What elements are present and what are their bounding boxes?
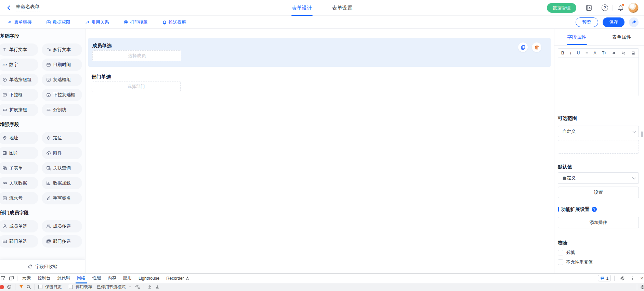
- richtext-content[interactable]: [558, 58, 639, 96]
- bold-icon[interactable]: B: [561, 51, 564, 55]
- devtools-tab-Lighthouse[interactable]: Lighthouse: [135, 274, 163, 283]
- search-icon[interactable]: [26, 284, 31, 289]
- devtools-tab-网络[interactable]: 网络: [74, 274, 89, 283]
- field-pill-dept-multi[interactable]: 部门多选: [42, 235, 82, 248]
- field-pill-signature[interactable]: 手写签名: [42, 192, 82, 204]
- form-canvas[interactable]: 成员单选选择成员部门单选选择部门: [86, 29, 554, 273]
- devtools-tab-源代码[interactable]: 源代码: [54, 274, 74, 283]
- field-pill-relation-data[interactable]: 关联数据: [0, 177, 38, 189]
- font-color-icon[interactable]: A: [594, 51, 596, 55]
- field-pill-multi-text[interactable]: 多行文本: [42, 43, 82, 56]
- toolbar-link-1[interactable]: 数据权限: [46, 19, 70, 25]
- rt-link-icon[interactable]: [612, 51, 616, 55]
- field-pill-data-load[interactable]: 数据加载: [42, 177, 82, 189]
- field-input[interactable]: 选择成员: [92, 50, 181, 61]
- field-pill-member-multi[interactable]: 成员多选: [42, 220, 82, 232]
- devtools-tab-控制台[interactable]: 控制台: [34, 274, 54, 283]
- field-pill-member-single[interactable]: 成员单选: [0, 220, 38, 232]
- validation-option-0[interactable]: 必填: [558, 250, 639, 256]
- toolbar-link-0[interactable]: 表单链接: [8, 19, 32, 25]
- network-conditions-icon[interactable]: [135, 284, 140, 289]
- canvas-field-1[interactable]: 部门单选选择部门: [92, 74, 554, 92]
- clear-network-log-icon[interactable]: [7, 284, 12, 289]
- align-icon[interactable]: ≡: [586, 51, 588, 55]
- import-har-icon[interactable]: [147, 284, 152, 289]
- field-pill-checkbox-group[interactable]: 复选框组: [42, 74, 82, 86]
- share-icon[interactable]: [629, 17, 639, 27]
- field-recycle-bin[interactable]: 字段回收站: [0, 260, 85, 273]
- duplicate-field-button[interactable]: [518, 42, 528, 52]
- field-pill-single-text[interactable]: 单行文本: [0, 43, 38, 56]
- validation-option-1[interactable]: 不允许重复值: [558, 259, 639, 265]
- devtools-tab-元素[interactable]: 元素: [19, 274, 34, 283]
- rt-unlink-icon[interactable]: [621, 51, 626, 55]
- caret-down-icon[interactable]: [128, 285, 132, 289]
- field-pill-number[interactable]: 123数字: [0, 59, 38, 71]
- field-pill-address[interactable]: 地址: [0, 132, 38, 144]
- panel-scrollbar[interactable]: [641, 131, 643, 137]
- preview-button[interactable]: 预览: [576, 17, 598, 27]
- default-value-select[interactable]: 自定义: [558, 172, 639, 184]
- issues-badge[interactable]: 1: [598, 275, 611, 281]
- devtools-settings-icon[interactable]: [618, 276, 627, 281]
- device-toolbar-icon[interactable]: [7, 276, 16, 281]
- optional-range-box[interactable]: [558, 140, 639, 154]
- field-pill-datetime[interactable]: 日期时间: [42, 59, 82, 71]
- optional-range-select[interactable]: 自定义: [558, 126, 639, 137]
- field-pill-select[interactable]: 下拉框: [0, 89, 38, 101]
- save-button[interactable]: 保存: [603, 17, 625, 27]
- form-title[interactable]: 未命名表单: [16, 4, 40, 12]
- field-pill-divider[interactable]: 分割线: [42, 104, 82, 116]
- panel-tab-1[interactable]: 表单属性: [599, 29, 644, 45]
- disable-cache-checkbox[interactable]: [69, 285, 73, 289]
- field-pill-radio-group[interactable]: 单选按钮组: [0, 74, 38, 86]
- field-pill-image[interactable]: 图片: [0, 147, 38, 159]
- underline-icon[interactable]: U: [577, 51, 580, 55]
- toolbar-link-2[interactable]: 引用关系: [85, 19, 109, 25]
- delete-field-button[interactable]: [532, 42, 541, 52]
- canvas-field-0-selected[interactable]: 成员单选选择成员: [88, 38, 551, 67]
- default-value-settings-button[interactable]: 设置: [558, 187, 639, 198]
- inspect-element-icon[interactable]: [0, 276, 7, 281]
- field-input[interactable]: 选择部门: [92, 81, 181, 92]
- address-book-icon[interactable]: [586, 4, 592, 11]
- toolbar-link-4[interactable]: 推送提醒: [162, 19, 186, 25]
- kebab-menu-icon[interactable]: [629, 276, 637, 281]
- rt-image-icon[interactable]: [631, 51, 635, 55]
- devtools-tab-Recorder[interactable]: Recorder: [163, 274, 193, 283]
- field-pill-attachment[interactable]: 附件: [42, 147, 82, 159]
- help-icon[interactable]: ?: [602, 4, 608, 11]
- back-icon[interactable]: [6, 5, 12, 11]
- data-manage-button[interactable]: 数据管理: [547, 3, 576, 13]
- field-pill-dept-single[interactable]: 部门单选: [0, 235, 38, 248]
- network-settings-icon[interactable]: [640, 284, 644, 290]
- field-pill-subform[interactable]: 子表单: [0, 162, 38, 174]
- devtools-close-icon[interactable]: ×: [639, 275, 644, 281]
- preserve-log-checkbox[interactable]: [38, 285, 42, 289]
- field-pill-serial-number[interactable]: 流水号: [0, 192, 38, 204]
- devtools-tab-应用[interactable]: 应用: [120, 274, 135, 283]
- user-avatar[interactable]: [628, 3, 639, 13]
- field-pill-multi-select[interactable]: 下拉复选框: [42, 89, 82, 101]
- devtools-tab-内存[interactable]: 内存: [104, 274, 120, 283]
- bell-icon[interactable]: [617, 4, 624, 11]
- panel-tab-0[interactable]: 字段属性: [554, 29, 599, 45]
- throttling-select[interactable]: 已停用节流模式: [97, 284, 126, 290]
- export-har-icon[interactable]: [155, 284, 160, 289]
- record-icon[interactable]: [0, 285, 4, 289]
- field-pill-extend-button[interactable]: 扩展按钮: [0, 104, 38, 116]
- font-size-icon[interactable]: TT: [602, 51, 606, 55]
- header-tab-1[interactable]: 表单设置: [332, 0, 353, 16]
- add-action-button[interactable]: 添加操作: [558, 217, 639, 228]
- header-tab-0[interactable]: 表单设计: [292, 0, 312, 16]
- checkbox-1[interactable]: [558, 260, 563, 265]
- toolbar-link-3[interactable]: 打印模版: [123, 19, 148, 25]
- field-pill-location[interactable]: 定位: [42, 132, 82, 144]
- field-pill-relation-query[interactable]: 关联查询: [42, 162, 82, 174]
- filter-icon[interactable]: [19, 284, 24, 289]
- devtools-tab-性能[interactable]: 性能: [89, 274, 104, 283]
- italic-icon[interactable]: I: [570, 51, 571, 55]
- extension-help-icon[interactable]: ?: [592, 207, 597, 212]
- checkbox-0[interactable]: [558, 250, 563, 255]
- field-pill-label: 地址: [9, 135, 18, 141]
